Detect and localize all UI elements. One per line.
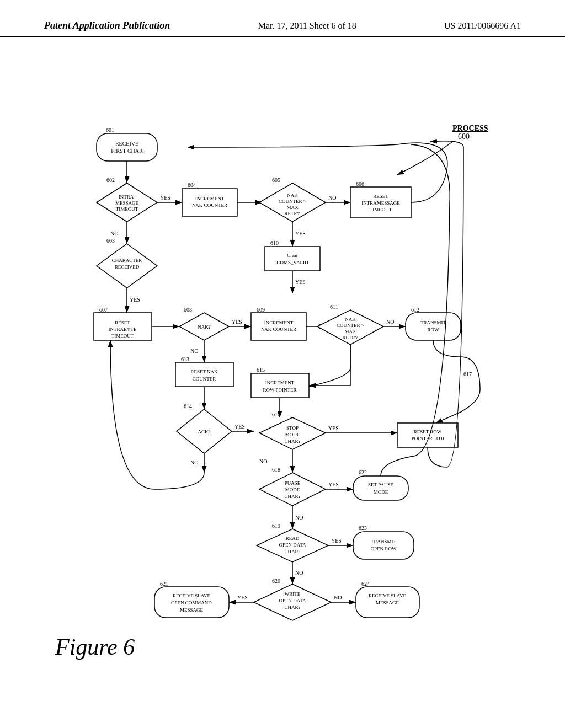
svg-text:STOP: STOP [286, 425, 299, 431]
patent-number-label: US 2011/0066696 A1 [444, 21, 521, 31]
svg-rect-85 [251, 373, 309, 398]
svg-text:612: 612 [411, 307, 419, 313]
svg-text:RESET: RESET [373, 194, 388, 199]
svg-text:YES: YES [295, 279, 306, 285]
svg-text:TIMEOUT: TIMEOUT [116, 206, 138, 212]
svg-text:RESET ROW: RESET ROW [414, 429, 442, 435]
svg-text:MAX: MAX [286, 205, 299, 210]
svg-text:620: 620 [272, 578, 280, 584]
svg-text:NAK?: NAK? [198, 324, 211, 330]
svg-text:MAX: MAX [344, 329, 356, 334]
date-sheet-label: Mar. 17, 2011 Sheet 6 of 18 [258, 21, 356, 31]
svg-text:616: 616 [272, 411, 280, 417]
svg-text:610: 610 [270, 240, 279, 246]
svg-text:618: 618 [272, 467, 280, 473]
svg-text:PUASE: PUASE [285, 480, 301, 486]
svg-text:NO: NO [190, 459, 198, 465]
svg-text:COUNTER >: COUNTER > [279, 199, 306, 204]
svg-text:603: 603 [106, 238, 115, 244]
svg-text:604: 604 [188, 182, 196, 188]
svg-text:606: 606 [356, 181, 364, 187]
diagram-area: PROCESS 600 RECEIVE FIRST CHAR 601 INTRA… [0, 37, 565, 710]
svg-rect-117 [353, 476, 408, 500]
svg-text:CHAR?: CHAR? [285, 438, 301, 444]
svg-text:611: 611 [330, 304, 338, 310]
svg-text:NAK: NAK [287, 192, 298, 198]
svg-text:MODE: MODE [285, 432, 300, 437]
svg-text:600: 600 [458, 132, 470, 141]
svg-text:INCREMENT: INCREMENT [264, 320, 294, 325]
svg-text:OPEN ROW: OPEN ROW [371, 546, 397, 552]
svg-rect-130 [353, 532, 414, 559]
svg-text:619: 619 [272, 523, 280, 529]
svg-text:624: 624 [361, 581, 370, 587]
svg-text:NO: NO [334, 595, 342, 601]
svg-text:CHAR?: CHAR? [285, 604, 301, 610]
svg-text:YES: YES [328, 481, 339, 488]
svg-text:NO: NO [328, 195, 336, 201]
svg-text:NO: NO [295, 515, 303, 521]
svg-text:MODE: MODE [285, 487, 300, 493]
svg-text:COMS_VALID: COMS_VALID [277, 260, 308, 265]
svg-text:RESET: RESET [115, 320, 130, 325]
svg-text:614: 614 [184, 403, 192, 409]
svg-rect-90 [397, 423, 458, 447]
svg-text:NO: NO [190, 348, 198, 354]
svg-text:PROCESS: PROCESS [452, 124, 488, 132]
svg-text:RECEIVED: RECEIVED [115, 264, 140, 270]
svg-text:TIMEOUT: TIMEOUT [111, 333, 134, 339]
svg-text:RESET NAK: RESET NAK [190, 369, 218, 374]
svg-rect-75 [406, 313, 461, 340]
svg-text:602: 602 [106, 177, 115, 183]
svg-text:SET PAUSE: SET PAUSE [368, 482, 393, 488]
svg-text:OPEN DATA: OPEN DATA [279, 542, 306, 548]
svg-rect-3 [97, 133, 157, 161]
svg-text:608: 608 [184, 307, 192, 313]
svg-text:MESSAGE: MESSAGE [376, 600, 399, 606]
svg-text:COUNTER >: COUNTER > [337, 323, 364, 328]
svg-text:623: 623 [359, 525, 367, 531]
svg-text:YES: YES [232, 319, 242, 325]
svg-rect-43 [265, 247, 320, 271]
svg-text:YES: YES [234, 424, 245, 430]
svg-text:FIRST CHAR: FIRST CHAR [111, 148, 143, 154]
svg-text:605: 605 [272, 177, 280, 183]
svg-rect-80 [175, 362, 233, 387]
svg-text:READ: READ [286, 536, 300, 541]
svg-text:YES: YES [237, 595, 248, 601]
svg-text:CHAR?: CHAR? [285, 494, 301, 499]
svg-text:TRANSMIT: TRANSMIT [420, 320, 446, 325]
svg-text:YES: YES [331, 538, 342, 544]
svg-text:607: 607 [99, 307, 108, 313]
svg-text:INTRABYTE: INTRABYTE [109, 326, 137, 332]
flowchart-svg: PROCESS 600 RECEIVE FIRST CHAR 601 INTRA… [0, 37, 565, 710]
svg-text:Figure 6: Figure 6 [55, 634, 135, 660]
svg-text:TRANSMIT: TRANSMIT [371, 539, 397, 544]
publication-label: Patent Application Publication [44, 20, 170, 31]
svg-text:615: 615 [257, 367, 265, 373]
svg-text:CHAR?: CHAR? [285, 549, 301, 554]
svg-text:RETRY: RETRY [284, 211, 301, 216]
svg-text:MESSAGE: MESSAGE [115, 200, 139, 206]
svg-text:YES: YES [328, 425, 339, 431]
svg-text:YES: YES [160, 195, 170, 201]
svg-text:NAK COUNTER: NAK COUNTER [261, 326, 296, 332]
svg-text:ROW POINTER: ROW POINTER [263, 387, 296, 393]
svg-text:621: 621 [160, 581, 168, 587]
svg-text:NAK: NAK [345, 317, 356, 322]
svg-text:RECEIVE SLAVE: RECEIVE SLAVE [369, 593, 407, 598]
svg-text:Clear: Clear [287, 253, 298, 258]
svg-text:MESSAGE: MESSAGE [180, 607, 204, 613]
svg-text:ACK?: ACK? [198, 429, 211, 435]
page-header: Patent Application Publication Mar. 17, … [0, 0, 565, 37]
svg-text:OPEN COMMAND: OPEN COMMAND [171, 600, 212, 606]
svg-text:601: 601 [106, 127, 114, 133]
svg-text:NO: NO [259, 458, 267, 464]
svg-text:INTRA-: INTRA- [119, 194, 136, 200]
svg-text:COUNTER: COUNTER [193, 376, 216, 382]
svg-text:NAK COUNTER: NAK COUNTER [192, 202, 227, 208]
svg-text:RECEIVE SLAVE: RECEIVE SLAVE [173, 593, 211, 598]
svg-text:YES: YES [295, 231, 306, 237]
svg-text:NO: NO [295, 570, 303, 576]
svg-text:622: 622 [359, 469, 367, 475]
